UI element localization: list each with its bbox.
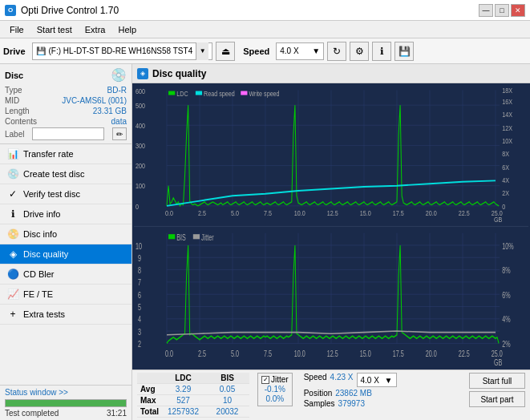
disc-contents-value: data xyxy=(111,117,127,126)
svg-rect-100 xyxy=(168,234,175,239)
svg-text:7: 7 xyxy=(138,278,141,288)
svg-text:Jitter: Jitter xyxy=(201,232,214,242)
speed-selector[interactable]: 4.0 X ▼ xyxy=(276,42,324,60)
nav-create-test-disc-label: Create test disc xyxy=(23,169,84,179)
status-row: Test completed 31:21 xyxy=(5,409,127,418)
svg-text:0.0: 0.0 xyxy=(165,210,173,218)
nav-disc-info[interactable]: 📀 Disc info xyxy=(0,224,131,244)
speed-label-text: Speed xyxy=(304,373,327,387)
menu-start-test[interactable]: Start test xyxy=(30,23,79,36)
main-layout: Disc 💿 Type BD-R MID JVC-AMS6L (001) Len… xyxy=(0,64,530,420)
speed-dropdown-arrow: ▼ xyxy=(312,46,320,55)
stats-ldc-header: LDC xyxy=(161,373,205,384)
disc-label-row: Label ✏ xyxy=(5,127,127,140)
stats-footer: LDC BIS Avg 3.29 0.05 Max 527 10 Total 1… xyxy=(132,370,530,420)
status-window-btn[interactable]: Status window >> xyxy=(5,388,127,397)
menu-file[interactable]: File xyxy=(3,23,30,36)
disc-mid-value: JVC-AMS6L (001) xyxy=(62,96,127,105)
svg-text:8%: 8% xyxy=(502,266,510,276)
speed-label: Speed xyxy=(243,46,269,56)
close-button[interactable]: ✕ xyxy=(511,4,525,17)
nav-transfer-rate[interactable]: 📊 Transfer rate xyxy=(0,144,131,164)
svg-text:6%: 6% xyxy=(502,290,510,300)
menu-help[interactable]: Help xyxy=(111,23,143,36)
disc-length-label: Length xyxy=(5,107,30,115)
svg-text:LDC: LDC xyxy=(176,90,188,98)
disc-label-input[interactable] xyxy=(32,127,104,140)
minimize-button[interactable]: — xyxy=(479,4,493,17)
chart-header: ◈ Disc quality xyxy=(132,64,530,83)
svg-text:200: 200 xyxy=(136,163,145,171)
svg-text:2X: 2X xyxy=(502,190,509,198)
svg-rect-49 xyxy=(196,91,202,95)
disc-info-icon: 📀 xyxy=(6,228,19,240)
start-buttons: Start full Start part xyxy=(469,373,525,407)
svg-text:22.5: 22.5 xyxy=(459,210,470,218)
drive-selector[interactable]: 💾 (F:) HL-DT-ST BD-RE WH16NS58 TST4 ▼ xyxy=(32,42,213,60)
menu-extra[interactable]: Extra xyxy=(79,23,112,36)
drive-label: Drive xyxy=(3,46,26,56)
speed-dropdown[interactable]: 4.0 X ▼ xyxy=(357,373,397,387)
maximize-button[interactable]: □ xyxy=(495,4,509,17)
svg-text:Read speed: Read speed xyxy=(204,90,235,98)
svg-text:22.5: 22.5 xyxy=(459,349,470,359)
disc-label-btn[interactable]: ✏ xyxy=(112,127,127,140)
eject-button[interactable]: ⏏ xyxy=(216,42,235,61)
stats-max-ldc: 527 xyxy=(161,395,205,406)
disc-type-value: BD-R xyxy=(107,86,127,95)
speed-value: 4.23 X xyxy=(330,373,354,387)
app-icon: O xyxy=(5,5,16,16)
nav-cd-bler[interactable]: 🔵 CD Bler xyxy=(0,265,131,285)
start-part-button[interactable]: Start part xyxy=(469,391,525,407)
svg-text:0.0: 0.0 xyxy=(165,349,173,359)
bottom-chart: 10 9 8 7 6 5 4 3 2 10% 8% 6% 4% 2% 0.0 xyxy=(134,227,528,368)
info-button[interactable]: ℹ xyxy=(372,42,391,61)
drive-dropdown-arrow[interactable]: ▼ xyxy=(196,42,208,60)
nav-items: 📊 Transfer rate 💿 Create test disc ✓ Ver… xyxy=(0,144,131,385)
jitter-label: Jitter xyxy=(271,375,289,384)
nav-drive-info-label: Drive info xyxy=(23,209,60,219)
transfer-rate-icon: 📊 xyxy=(6,148,19,160)
nav-disc-quality[interactable]: ◈ Disc quality xyxy=(0,244,131,265)
disc-mid-label: MID xyxy=(5,96,19,105)
jitter-checkbox[interactable]: ✓ xyxy=(261,376,269,384)
nav-create-test-disc[interactable]: 💿 Create test disc xyxy=(0,164,131,184)
disc-contents-row: Contents data xyxy=(5,117,127,126)
jitter-max: 0.0% xyxy=(261,394,289,403)
disc-section: Disc 💿 Type BD-R MID JVC-AMS6L (001) Len… xyxy=(0,64,131,144)
svg-text:7.5: 7.5 xyxy=(264,210,272,218)
save-button[interactable]: 💾 xyxy=(394,42,414,61)
position-row: Position 23862 MB xyxy=(304,389,397,398)
status-time: 31:21 xyxy=(107,409,127,418)
drive-bar: Drive 💾 (F:) HL-DT-ST BD-RE WH16NS58 TST… xyxy=(0,38,530,64)
start-full-button[interactable]: Start full xyxy=(469,373,525,389)
svg-text:5.0: 5.0 xyxy=(231,210,239,218)
refresh-button[interactable]: ↻ xyxy=(327,42,346,61)
svg-text:600: 600 xyxy=(136,88,145,96)
nav-fe-te[interactable]: 📈 FE / TE xyxy=(0,285,131,305)
svg-text:10X: 10X xyxy=(502,137,512,145)
cd-bler-icon: 🔵 xyxy=(6,269,19,280)
nav-drive-info[interactable]: ℹ Drive info xyxy=(0,204,131,224)
progress-bar-fill xyxy=(6,400,126,406)
create-test-disc-icon: 💿 xyxy=(6,168,19,180)
bottom-chart-container: 10 9 8 7 6 5 4 3 2 10% 8% 6% 4% 2% 0.0 xyxy=(134,227,528,368)
top-chart: 0 100 200 300 400 500 600 0 2X 4X 6X 8X … xyxy=(134,85,528,226)
svg-text:4%: 4% xyxy=(502,315,510,325)
extra-tests-icon: + xyxy=(6,309,19,320)
nav-verify-test-disc-label: Verify test disc xyxy=(23,189,80,199)
svg-text:6X: 6X xyxy=(502,164,509,172)
nav-extra-tests[interactable]: + Extra tests xyxy=(0,305,131,325)
stats-avg-ldc: 3.29 xyxy=(161,384,205,395)
nav-disc-info-label: Disc info xyxy=(23,229,57,239)
chart-header-title: Disc quality xyxy=(152,68,206,79)
drive-icon: 💾 xyxy=(36,46,46,55)
stats-empty-header xyxy=(137,373,161,384)
settings-button[interactable]: ⚙ xyxy=(350,42,369,61)
svg-text:17.5: 17.5 xyxy=(393,349,404,359)
stats-max-bis: 10 xyxy=(205,395,249,406)
disc-mid-row: MID JVC-AMS6L (001) xyxy=(5,96,127,105)
svg-text:2.5: 2.5 xyxy=(198,210,206,218)
stats-grid: LDC BIS Avg 3.29 0.05 Max 527 10 Total 1… xyxy=(137,373,249,418)
nav-verify-test-disc[interactable]: ✓ Verify test disc xyxy=(0,184,131,204)
